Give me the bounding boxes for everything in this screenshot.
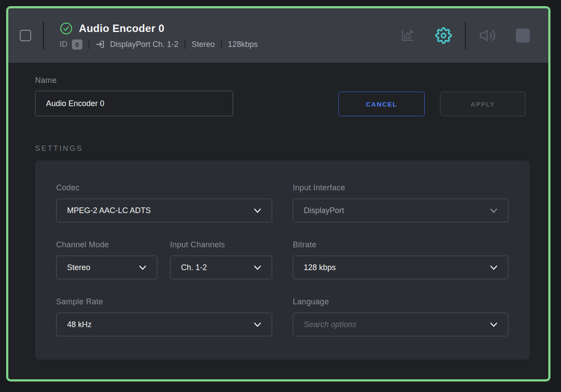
encoder-title: Audio Encoder 0 xyxy=(79,22,164,35)
stop-icon[interactable] xyxy=(516,29,530,43)
header-divider xyxy=(43,21,44,50)
speaker-icon[interactable] xyxy=(479,27,497,44)
sample-rate-value: 48 kHz xyxy=(67,320,92,329)
codec-select[interactable]: MPEG-2 AAC-LC ADTS xyxy=(56,199,272,222)
settings-heading: SETTINGS xyxy=(35,144,525,153)
sample-rate-select[interactable]: 48 kHz xyxy=(56,313,272,336)
chevron-down-icon xyxy=(254,320,261,329)
id-label: ID xyxy=(60,40,67,49)
input-source-icon xyxy=(96,39,105,49)
title-block: Audio Encoder 0 ID 0 DisplayPort Ch. 1-2… xyxy=(60,22,258,50)
channel-mode-select[interactable]: Stereo xyxy=(56,256,157,279)
header-divider xyxy=(465,21,466,50)
id-badge: 0 xyxy=(72,39,82,50)
channel-mode-label: Channel Mode xyxy=(56,240,157,249)
encoder-body: Name CANCEL APPLY SETTINGS Codec MPEG-2 … xyxy=(8,63,548,360)
meta-separator xyxy=(221,39,222,49)
bitrate-select[interactable]: 128 kbps xyxy=(293,256,508,279)
language-select[interactable]: Search options xyxy=(293,313,508,336)
encoder-panel: Audio Encoder 0 ID 0 DisplayPort Ch. 1-2… xyxy=(6,6,550,381)
input-channels-label: Input Channels xyxy=(170,240,272,249)
meta-input: DisplayPort Ch. 1-2 xyxy=(110,40,178,49)
input-interface-label: Input Interface xyxy=(293,183,508,192)
apply-button[interactable]: APPLY xyxy=(440,92,525,116)
encoder-meta: ID 0 DisplayPort Ch. 1-2 Stereo 128kbps xyxy=(60,39,258,50)
language-placeholder: Search options xyxy=(304,320,356,329)
select-encoder-checkbox[interactable] xyxy=(20,30,31,41)
input-interface-select[interactable]: DisplayPort xyxy=(293,199,508,222)
cancel-button[interactable]: CANCEL xyxy=(338,92,425,116)
meta-separator xyxy=(185,39,185,49)
check-circle-icon xyxy=(60,22,73,35)
chevron-down-icon xyxy=(254,263,261,272)
codec-label: Codec xyxy=(56,183,272,192)
input-channels-select[interactable]: Ch. 1-2 xyxy=(170,256,272,279)
gear-icon[interactable] xyxy=(435,27,452,44)
settings-card: Codec MPEG-2 AAC-LC ADTS Input Interface… xyxy=(35,160,530,360)
input-channels-value: Ch. 1-2 xyxy=(181,263,207,272)
name-label: Name xyxy=(35,76,233,85)
chevron-down-icon xyxy=(254,206,261,215)
chevron-down-icon xyxy=(139,263,146,272)
meta-bitrate: 128kbps xyxy=(228,40,258,49)
encoder-header: Audio Encoder 0 ID 0 DisplayPort Ch. 1-2… xyxy=(8,8,548,63)
language-label: Language xyxy=(293,297,508,306)
name-input[interactable] xyxy=(35,91,233,116)
bitrate-label: Bitrate xyxy=(293,240,508,249)
name-and-actions-row: Name CANCEL APPLY xyxy=(35,76,525,116)
channel-mode-value: Stereo xyxy=(67,263,90,272)
chevron-down-icon xyxy=(490,263,497,272)
stats-chart-icon[interactable] xyxy=(399,27,416,44)
input-interface-value: DisplayPort xyxy=(304,206,344,215)
bitrate-value: 128 kbps xyxy=(304,263,336,272)
header-actions xyxy=(399,21,530,50)
codec-value: MPEG-2 AAC-LC ADTS xyxy=(67,206,151,215)
meta-separator xyxy=(89,39,89,49)
chevron-down-icon xyxy=(490,206,497,215)
sample-rate-label: Sample Rate xyxy=(56,297,272,306)
chevron-down-icon xyxy=(490,320,497,329)
meta-channel-mode: Stereo xyxy=(192,40,215,49)
